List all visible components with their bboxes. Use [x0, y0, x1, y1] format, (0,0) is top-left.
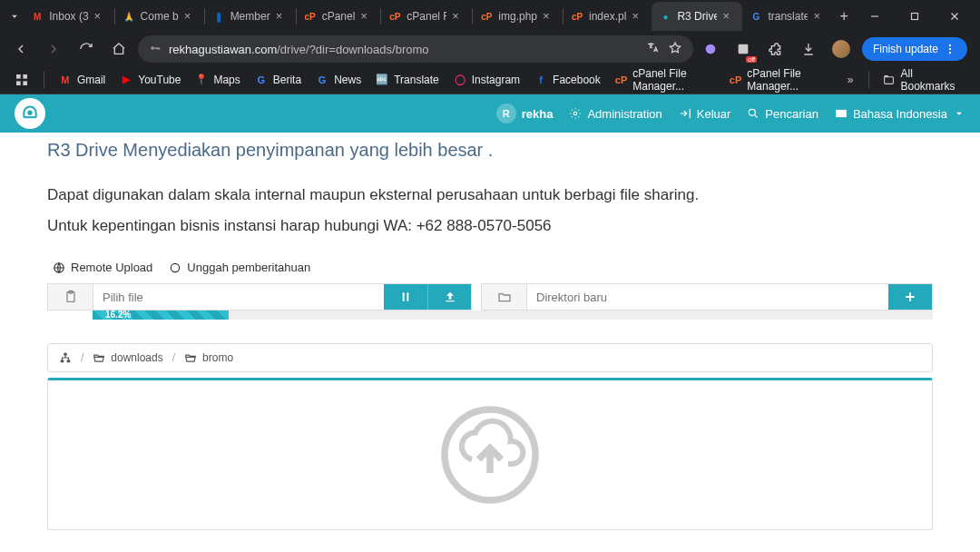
- breadcrumb-seg-1[interactable]: downloads: [93, 351, 162, 364]
- bookmark-item[interactable]: GBerita: [248, 70, 309, 90]
- home-button[interactable]: [105, 35, 132, 63]
- remote-upload-button[interactable]: Remote Upload: [53, 261, 152, 274]
- upload-progress: 16.2%: [47, 310, 933, 323]
- bookmark-star-icon[interactable]: [668, 41, 682, 58]
- plus-icon: [903, 290, 917, 304]
- site-info-icon[interactable]: [149, 42, 162, 57]
- browser-tab[interactable]: 🙏Come b×: [115, 2, 204, 31]
- brand-logo[interactable]: [15, 98, 45, 129]
- profile-avatar[interactable]: [829, 37, 853, 61]
- tab-close-icon[interactable]: ×: [722, 10, 735, 23]
- globe-icon: [53, 261, 65, 274]
- finish-update-button[interactable]: Finish update: [862, 37, 967, 61]
- bookmark-item[interactable]: 📍Maps: [188, 70, 247, 90]
- bookmark-favicon: 📍: [195, 74, 208, 86]
- file-input[interactable]: [93, 284, 384, 310]
- bookmarks-overflow[interactable]: »: [840, 70, 861, 90]
- extension-icon[interactable]: [699, 37, 722, 61]
- bookmark-favicon: cP: [730, 74, 741, 86]
- bookmark-item[interactable]: GNews: [309, 70, 368, 90]
- bookmark-favicon: cP: [615, 74, 627, 86]
- clipboard-icon: [48, 284, 93, 310]
- tab-close-icon[interactable]: ×: [632, 10, 644, 23]
- extension-adblock-icon[interactable]: off: [731, 37, 755, 61]
- window-minimize[interactable]: [855, 1, 895, 32]
- svg-rect-1: [912, 14, 918, 20]
- sitemap-icon: [59, 351, 72, 364]
- address-bar: rekhagustiawan.com/drive/?dir=downloads/…: [0, 33, 980, 65]
- apps-grid-icon[interactable]: [7, 69, 36, 91]
- reload-button[interactable]: [73, 35, 100, 63]
- window-maximize[interactable]: [895, 1, 935, 32]
- new-tab-button[interactable]: +: [833, 4, 855, 29]
- back-button[interactable]: [7, 35, 34, 63]
- page-headline: R3 Drive Menyediakan penyimpanan yang le…: [47, 140, 933, 161]
- forward-button[interactable]: [40, 35, 67, 63]
- bookmark-label: Instagram: [472, 74, 520, 86]
- tab-search-dropdown[interactable]: [5, 5, 24, 27]
- translate-icon[interactable]: [646, 41, 661, 58]
- browser-tab[interactable]: MInbox (3×: [24, 2, 113, 31]
- tab-favicon: 🙏: [122, 10, 135, 23]
- tab-title: Come b: [141, 10, 179, 23]
- browser-tab[interactable]: ❚Member×: [205, 2, 296, 31]
- tab-close-icon[interactable]: ×: [452, 10, 465, 23]
- bookmark-item[interactable]: ▶YouTube: [113, 70, 188, 90]
- browser-tab[interactable]: ●R3 Drive×: [652, 2, 742, 31]
- browser-tab[interactable]: cPcPanel×: [297, 2, 381, 31]
- url-field[interactable]: rekhagustiawan.com/drive/?dir=downloads/…: [138, 35, 693, 63]
- tab-close-icon[interactable]: ×: [813, 10, 826, 23]
- folder-icon: [482, 284, 527, 310]
- progress-label: 16.2%: [105, 310, 131, 320]
- drop-area[interactable]: [47, 378, 933, 530]
- tab-close-icon[interactable]: ×: [94, 10, 107, 23]
- chevron-down-icon: [953, 107, 965, 120]
- browser-tab[interactable]: cPcPanel F×: [381, 2, 472, 31]
- tab-close-icon[interactable]: ×: [184, 10, 197, 23]
- tab-close-icon[interactable]: ×: [276, 10, 289, 23]
- user-menu[interactable]: R rekha: [496, 104, 554, 123]
- svg-point-8: [706, 44, 716, 54]
- bookmark-item[interactable]: MGmail: [52, 70, 113, 90]
- pause-button[interactable]: [384, 284, 427, 310]
- svg-rect-15: [16, 81, 21, 85]
- breadcrumb-seg-2[interactable]: bromo: [184, 351, 233, 364]
- bookmark-label: YouTube: [138, 74, 181, 86]
- bookmark-item[interactable]: 🔤Translate: [368, 70, 446, 90]
- tab-close-icon[interactable]: ×: [360, 10, 373, 23]
- upload-button[interactable]: [427, 284, 471, 310]
- upload-notification-button[interactable]: Unggah pemberitahuan: [169, 261, 310, 274]
- circle-icon: [169, 261, 181, 274]
- bookmark-label: Gmail: [77, 74, 105, 86]
- user-avatar: R: [496, 104, 516, 123]
- bookmark-item[interactable]: cPcPanel File Manager...: [722, 64, 837, 96]
- browser-tab[interactable]: Gtranslate×: [742, 2, 833, 31]
- logout-link[interactable]: Keluar: [679, 107, 731, 121]
- downloads-icon[interactable]: [797, 37, 820, 61]
- browser-tab[interactable]: cPindex.pl×: [564, 2, 652, 31]
- svg-point-23: [172, 263, 180, 271]
- create-directory-button[interactable]: [888, 284, 932, 310]
- description-line-2: Untuk kepentingan bisnis instansi harap …: [47, 217, 933, 235]
- window-close[interactable]: [935, 1, 975, 32]
- extensions-puzzle-icon[interactable]: [764, 37, 788, 61]
- bookmark-item[interactable]: cPcPanel File Manager...: [608, 64, 722, 96]
- all-bookmarks[interactable]: All Bookmarks: [876, 64, 973, 96]
- svg-point-4: [152, 46, 153, 48]
- language-selector[interactable]: Bahasa Indonesia: [835, 107, 965, 121]
- admin-link[interactable]: Administration: [569, 107, 662, 121]
- search-link[interactable]: Pencarian: [747, 107, 818, 121]
- bookmark-label: Berita: [273, 74, 301, 86]
- tab-favicon: ●: [659, 10, 671, 23]
- svg-rect-21: [836, 110, 847, 117]
- breadcrumb-root[interactable]: [59, 351, 72, 364]
- bookmark-item[interactable]: ◯Instagram: [446, 70, 527, 90]
- cloud-upload-icon: [436, 400, 544, 509]
- bookmark-label: News: [334, 74, 361, 86]
- tab-title: Inbox (3: [49, 10, 88, 23]
- browser-tab[interactable]: cPimg.php×: [473, 2, 563, 31]
- bookmark-item[interactable]: fFacebook: [527, 70, 608, 90]
- directory-input[interactable]: [527, 284, 888, 310]
- bookmark-favicon: G: [255, 74, 268, 86]
- tab-close-icon[interactable]: ×: [543, 10, 555, 23]
